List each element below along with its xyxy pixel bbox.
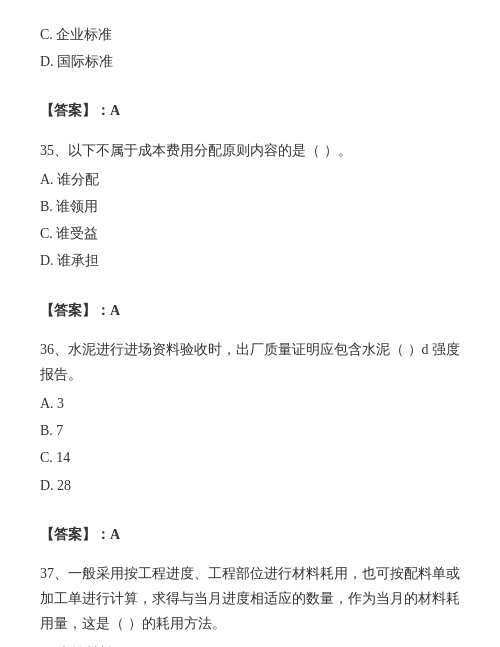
question-35: 35、以下不属于成本费用分配原则内容的是（ ）。 A. 谁分配 B. 谁领用 C… xyxy=(40,138,460,274)
option-c-prev: C. 企业标准 xyxy=(40,22,460,47)
q35-answer-text: 【答案】：A xyxy=(40,303,120,318)
q35-answer: 【答案】：A xyxy=(40,298,460,323)
q36-option-c: C. 14 xyxy=(40,445,460,470)
question-36: 36、水泥进行进场资料验收时，出厂质量证明应包含水泥（ ）d 强度报告。 A. … xyxy=(40,337,460,498)
q36-option-b: B. 7 xyxy=(40,418,460,443)
prev-answer-text: 【答案】：A xyxy=(40,103,120,118)
option-d-prev: D. 国际标准 xyxy=(40,49,460,74)
q36-option-d: D. 28 xyxy=(40,473,460,498)
question-37: 37、一般采用按工程进度、工程部位进行材料耗用，也可按配料单或加工单进行计算，求… xyxy=(40,561,460,647)
q35-option-b: B. 谁领用 xyxy=(40,194,460,219)
question-35-text: 35、以下不属于成本费用分配原则内容的是（ ）。 xyxy=(40,138,460,163)
prev-answer: 【答案】：A xyxy=(40,98,460,123)
prev-question-tail: C. 企业标准 D. 国际标准 xyxy=(40,22,460,74)
question-37-text: 37、一般采用按工程进度、工程部位进行材料耗用，也可按配料单或加工单进行计算，求… xyxy=(40,561,460,637)
q36-answer-text: 【答案】：A xyxy=(40,527,120,542)
q35-option-d: D. 谁承担 xyxy=(40,248,460,273)
question-36-text: 36、水泥进行进场资料验收时，出厂质量证明应包含水泥（ ）d 强度报告。 xyxy=(40,337,460,387)
q37-option-a: A. 大堆材料 xyxy=(40,641,460,647)
q35-option-c: C. 谁受益 xyxy=(40,221,460,246)
q36-option-a: A. 3 xyxy=(40,391,460,416)
q36-answer: 【答案】：A xyxy=(40,522,460,547)
q35-option-a: A. 谁分配 xyxy=(40,167,460,192)
